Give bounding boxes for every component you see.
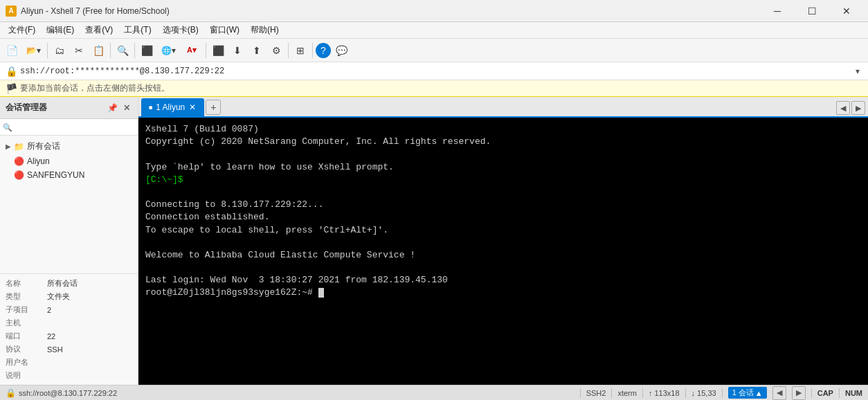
prop-row-desc: 说明 [0,369,138,382]
status-nav-prev[interactable]: ◀ [772,386,786,400]
toolbar-split[interactable]: ⊞ [291,42,309,60]
toolbar-sep-4 [206,43,206,58]
status-lock-icon: 🔒 [6,388,16,398]
status-div-4 [685,388,686,398]
prop-value-name: 所有会话 [47,278,132,289]
lock-icon: 🔒 [6,66,17,77]
tab-next-button[interactable]: ▶ [851,101,865,115]
tab-close-button[interactable]: ✕ [188,102,197,112]
terminal-line-blank-3 [145,237,861,249]
status-nav-next[interactable]: ▶ [792,386,806,400]
address-bar: 🔒 ssh://root:*************@8.130.177.229… [0,62,868,80]
tree-session-aliyun: Aliyun [27,156,50,166]
tab-label: 1 Aliyun [156,102,185,112]
terminal-line-blank-1 [145,148,861,161]
toolbar-download[interactable]: ⬇ [228,42,246,60]
status-div-2 [611,388,612,398]
status-pos: ↓ 15,33 [691,389,716,397]
main-area: 会话管理器 📌 ✕ ▶ 📁 所有会话 🔴 Aliyun 🔴 SANFENGYUN [0,97,868,385]
window-controls: ─ ☐ ✕ [761,1,862,21]
terminal-line-blank-4 [145,262,861,274]
toolbar-open[interactable]: 📂▾ [22,42,44,60]
tab-bar: ● 1 Aliyun ✕ + ◀ ▶ [138,97,868,118]
prop-value-type: 文件夹 [47,291,132,302]
status-div-7 [839,388,840,398]
tree-item-root[interactable]: ▶ 📁 所有会话 [0,138,138,154]
status-div-5 [722,388,723,398]
terminal-line-1: Xshell 7 (Build 0087) [145,123,861,136]
window-title: Aliyun - Xshell 7 (Free for Home/School) [21,6,761,16]
menu-edit[interactable]: 编辑(E) [41,23,80,37]
content-area: ● 1 Aliyun ✕ + ◀ ▶ Xshell 7 (Build 0087)… [138,97,868,385]
prop-row-username: 用户名 [0,356,138,369]
toolbar: 📄 📂▾ 🗂 ✂ 📋 🔍 ⬛ 🌐▾ A▾ ⬛ ⬇ ⬆ ⚙ ⊞ ? 💬 [0,39,868,62]
terminal-line-9: Last login: Wed Nov 3 18:30:27 2021 from… [145,274,861,287]
prop-row-port: 端口 22 [0,329,138,343]
toolbar-settings[interactable]: ⚙ [267,42,285,60]
properties-panel: 名称 所有会话 类型 文件夹 子项目 2 主机 端口 22 协议 SSH [0,273,138,385]
prop-row-children: 子项目 2 [0,303,138,316]
terminal-prompt-local: [C:\~]$ [145,174,183,185]
toolbar-color[interactable]: ⬛ [138,42,156,60]
menu-window[interactable]: 窗口(W) [204,23,245,37]
toolbar-font[interactable]: A▾ [181,42,203,60]
toolbar-chat[interactable]: 💬 [332,42,350,60]
toolbar-upload[interactable]: ⬆ [248,42,266,60]
terminal-line-2: Copyright (c) 2020 NetSarang Computer, I… [145,136,861,148]
tree-item-sanfengyun[interactable]: 🔴 SANFENGYUN [0,168,138,182]
sidebar-tree: ▶ 📁 所有会话 🔴 Aliyun 🔴 SANFENGYUN [0,136,138,273]
app-icon: A [6,6,17,17]
toolbar-sep-5 [288,43,289,58]
terminal-cursor [318,288,324,298]
sidebar-title: 会话管理器 [6,102,47,113]
maximize-button[interactable]: ☐ [796,1,828,21]
sidebar-search-input[interactable] [3,123,135,131]
toolbar-find[interactable]: 🔍 [114,42,132,60]
prop-label-name: 名称 [6,278,47,289]
toolbar-sep-1 [47,43,48,58]
session-icon-sanfengyun: 🔴 [14,170,24,180]
terminal[interactable]: Xshell 7 (Build 0087) Copyright (c) 2020… [138,118,868,385]
sessions-label: 1 会话 [732,388,754,398]
tab-add-button[interactable]: + [206,100,221,115]
prop-row-type: 类型 文件夹 [0,290,138,303]
expand-icon: ▶ [6,143,11,150]
toolbar-cut[interactable]: ✂ [70,42,88,60]
notification-bar: 🏴 要添加当前会话，点击左侧的箭头按钮。 [0,80,868,97]
status-size: ↑ 113x18 [649,389,680,397]
sidebar-close-btn[interactable]: ✕ [121,103,132,113]
prop-label-host: 主机 [6,318,47,328]
toolbar-new[interactable]: 📄 [3,42,21,60]
tab-nav-controls: ◀ ▶ [836,101,865,116]
toolbar-copy[interactable]: 📋 [89,42,107,60]
toolbar-stop[interactable]: ⬛ [209,42,227,60]
sidebar: 会话管理器 📌 ✕ ▶ 📁 所有会话 🔴 Aliyun 🔴 SANFENGYUN [0,97,138,385]
tree-item-aliyun[interactable]: 🔴 Aliyun [0,154,138,168]
cap-indicator: CAP [817,389,833,397]
minimize-button[interactable]: ─ [761,1,793,21]
address-dropdown[interactable]: ▾ [853,66,862,76]
num-indicator: NUM [845,389,862,397]
status-div-1 [580,388,581,398]
sidebar-pin-btn[interactable]: 📌 [105,103,120,113]
toolbar-network[interactable]: 🌐▾ [157,42,179,60]
terminal-line-10: root@iZ0jl38ljn8gs93syge162Z:~# [145,287,861,299]
menu-view[interactable]: 查看(V) [80,23,118,37]
menu-tabs[interactable]: 选项卡(B) [157,23,204,37]
prop-row-host: 主机 [0,316,138,329]
menu-tools[interactable]: 工具(T) [118,23,156,37]
status-div-3 [642,388,643,398]
toolbar-help[interactable]: ? [316,43,331,58]
close-button[interactable]: ✕ [831,1,862,21]
menu-help[interactable]: 帮助(H) [245,23,284,37]
tab-prev-button[interactable]: ◀ [836,101,850,115]
prop-label-protocol: 协议 [6,344,47,354]
tab-aliyun[interactable]: ● 1 Aliyun ✕ [141,98,204,116]
menu-file[interactable]: 文件(F) [3,23,41,37]
toolbar-session-manager[interactable]: 🗂 [51,42,69,60]
toolbar-sep-3 [134,43,135,58]
prop-label-children: 子项目 [6,304,47,315]
status-div-6 [811,388,812,398]
sidebar-header-controls: 📌 ✕ [105,103,132,113]
sessions-button[interactable]: 1 会话 ▲ [728,387,767,399]
